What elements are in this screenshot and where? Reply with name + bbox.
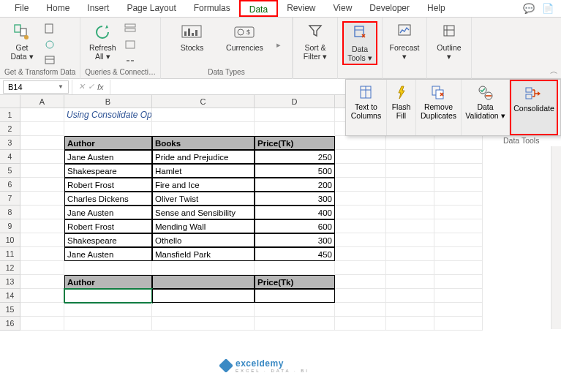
text-to-columns-button[interactable]: Text to Columns xyxy=(346,80,387,135)
cell-E16[interactable] xyxy=(335,317,386,331)
cell-G12[interactable] xyxy=(434,261,483,275)
cell-E9[interactable] xyxy=(335,219,386,233)
rowhead-4[interactable]: 4 xyxy=(0,150,20,164)
cell-G4[interactable] xyxy=(434,150,483,164)
cell-F3[interactable] xyxy=(386,136,434,150)
colhead-B[interactable]: B xyxy=(64,95,152,108)
rowhead-10[interactable]: 10 xyxy=(0,233,20,247)
cell-C12[interactable] xyxy=(152,261,255,275)
cell-B5[interactable]: Shakespeare xyxy=(64,164,152,178)
get-data-button[interactable]: Get Data ▾ xyxy=(4,21,39,62)
rowhead-11[interactable]: 11 xyxy=(0,247,20,261)
from-web-icon[interactable] xyxy=(42,37,57,52)
from-text-icon[interactable] xyxy=(42,21,57,36)
cell-A9[interactable] xyxy=(20,219,64,233)
cell-C13[interactable] xyxy=(152,275,255,289)
cell-A10[interactable] xyxy=(20,233,64,247)
cell-B11[interactable]: Jane Austen xyxy=(64,247,152,261)
cell-E11[interactable] xyxy=(335,247,386,261)
cell-F7[interactable] xyxy=(386,192,434,206)
cell-A15[interactable] xyxy=(20,303,64,317)
sort-filter-button[interactable]: Sort & Filter ▾ xyxy=(298,21,333,62)
cell-B4[interactable]: Jane Austen xyxy=(64,150,152,164)
cell-B1[interactable]: Using Consolidate Option xyxy=(64,108,152,122)
colhead-A[interactable]: A xyxy=(20,95,64,108)
consolidate-button[interactable]: Consolidate xyxy=(510,80,558,135)
cell-C6[interactable]: Fire and Ice xyxy=(152,178,255,192)
share-icon[interactable]: 📄 xyxy=(542,3,554,14)
cell-A5[interactable] xyxy=(20,164,64,178)
cell-G7[interactable] xyxy=(434,192,483,206)
cell-E14[interactable] xyxy=(335,289,386,303)
cell-F12[interactable] xyxy=(386,261,434,275)
cell-A13[interactable] xyxy=(20,275,64,289)
tab-review[interactable]: Review xyxy=(278,0,324,17)
cell-A16[interactable] xyxy=(20,317,64,331)
cell-D11[interactable]: 450 xyxy=(255,247,335,261)
tab-help[interactable]: Help xyxy=(418,0,454,17)
cell-D3[interactable]: Price(Tk) xyxy=(255,136,335,150)
cell-F4[interactable] xyxy=(386,150,434,164)
cell-B8[interactable]: Jane Austen xyxy=(64,206,152,219)
cell-C8[interactable]: Sense and Sensibility xyxy=(152,206,255,219)
rowhead-14[interactable]: 14 xyxy=(0,289,20,303)
cell-F11[interactable] xyxy=(386,247,434,261)
from-table-icon[interactable] xyxy=(42,53,57,68)
cell-C11[interactable]: Mansfield Park xyxy=(152,247,255,261)
cell-C16[interactable] xyxy=(152,317,255,331)
cell-D13[interactable]: Price(Tk) xyxy=(255,275,335,289)
rowhead-2[interactable]: 2 xyxy=(0,122,20,136)
cell-E7[interactable] xyxy=(335,192,386,206)
vertical-scrollbar[interactable] xyxy=(551,146,561,329)
tab-formulas[interactable]: Formulas xyxy=(185,0,239,17)
cell-C2[interactable] xyxy=(152,122,255,136)
cell-A6[interactable] xyxy=(20,178,64,192)
cell-F9[interactable] xyxy=(386,219,434,233)
rowhead-13[interactable]: 13 xyxy=(0,275,20,289)
tab-page-layout[interactable]: Page Layout xyxy=(118,0,184,17)
cell-A7[interactable] xyxy=(20,192,64,206)
cell-F16[interactable] xyxy=(386,317,434,331)
cell-A14[interactable] xyxy=(20,289,64,303)
rowhead-6[interactable]: 6 xyxy=(0,178,20,192)
cell-C9[interactable]: Mending Wall xyxy=(152,219,255,233)
cell-A4[interactable] xyxy=(20,150,64,164)
cell-E15[interactable] xyxy=(335,303,386,317)
cell-A1[interactable] xyxy=(20,108,64,122)
rowhead-1[interactable]: 1 xyxy=(0,108,20,122)
enter-icon[interactable]: ✓ xyxy=(88,82,94,91)
tab-home[interactable]: Home xyxy=(37,0,78,17)
fx-icon[interactable]: fx xyxy=(97,83,104,91)
rowhead-12[interactable]: 12 xyxy=(0,261,20,275)
cell-D6[interactable]: 200 xyxy=(255,178,335,192)
cell-B14[interactable] xyxy=(64,289,152,303)
cell-A3[interactable] xyxy=(20,136,64,150)
outline-button[interactable]: Outline ▾ xyxy=(432,21,467,62)
cell-D14[interactable] xyxy=(255,289,335,303)
remove-duplicates-button[interactable]: Remove Duplicates xyxy=(416,80,462,135)
cell-G8[interactable] xyxy=(434,206,483,219)
cell-B15[interactable] xyxy=(64,303,152,317)
properties-icon[interactable] xyxy=(123,37,138,52)
cell-E6[interactable] xyxy=(335,178,386,192)
cell-G9[interactable] xyxy=(434,219,483,233)
cell-E3[interactable] xyxy=(335,136,386,150)
colhead-C[interactable]: C xyxy=(152,95,255,108)
cell-G13[interactable] xyxy=(434,275,483,289)
cell-B10[interactable]: Shakespeare xyxy=(64,233,152,247)
cell-C1[interactable] xyxy=(152,108,255,122)
cell-F15[interactable] xyxy=(386,303,434,317)
colhead-D[interactable]: D xyxy=(255,95,335,108)
cancel-icon[interactable]: ✕ xyxy=(78,82,85,91)
cell-C3[interactable]: Books xyxy=(152,136,255,150)
cell-C10[interactable]: Othello xyxy=(152,233,255,247)
cell-F14[interactable] xyxy=(386,289,434,303)
collapse-ribbon-icon[interactable]: ︿ xyxy=(550,66,558,77)
cell-G11[interactable] xyxy=(434,247,483,261)
cell-A11[interactable] xyxy=(20,247,64,261)
cell-B7[interactable]: Charles Dickens xyxy=(64,192,152,206)
cell-D9[interactable]: 600 xyxy=(255,219,335,233)
tab-view[interactable]: View xyxy=(325,0,361,17)
chevron-down-icon[interactable]: ▼ xyxy=(58,83,64,90)
rowhead-5[interactable]: 5 xyxy=(0,164,20,178)
